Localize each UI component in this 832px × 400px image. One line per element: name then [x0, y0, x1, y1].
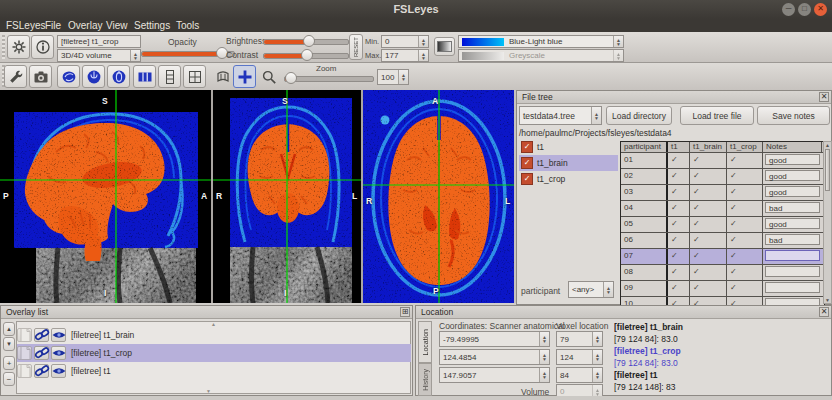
- sagittal-canvas[interactable]: [0, 90, 211, 303]
- grid-layout-button[interactable]: [183, 65, 206, 88]
- close-button[interactable]: ✕: [814, 3, 827, 16]
- spinner-arrows[interactable]: ▲▼: [592, 332, 602, 346]
- notes-input[interactable]: [765, 282, 820, 293]
- dock-icon[interactable]: ⊞: [400, 307, 410, 317]
- table-row[interactable]: 03 ✓✓✓ good: [621, 185, 824, 201]
- table-row[interactable]: 04 ✓✓✓ bad: [621, 201, 824, 217]
- add-overlay-button[interactable]: +: [3, 356, 15, 370]
- checkbox-icon[interactable]: ✓: [521, 141, 533, 153]
- notes-input[interactable]: [765, 266, 820, 277]
- spinner-arrows[interactable]: ▲▼: [613, 36, 623, 47]
- voxel-x-field[interactable]: 79▲▼: [556, 331, 603, 347]
- zoom-slider[interactable]: [284, 76, 374, 82]
- menu-item-fsleyes[interactable]: FSLeyes: [6, 20, 45, 31]
- maximize-button[interactable]: □: [798, 3, 811, 16]
- table-row[interactable]: 08 ✓✓✓: [621, 265, 824, 281]
- notes-input[interactable]: good: [765, 154, 820, 165]
- spinner-arrows[interactable]: ▲▼: [592, 350, 602, 364]
- load-tree-file-button[interactable]: Load tree file: [680, 106, 754, 125]
- spinner-arrows[interactable]: ▲▼: [418, 36, 428, 47]
- overlay-info-button[interactable]: [31, 35, 54, 59]
- magnifier-button[interactable]: [257, 65, 280, 88]
- table-row[interactable]: 05 ✓✓✓ good: [621, 217, 824, 233]
- vertical-layout-button[interactable]: [158, 65, 181, 88]
- menu-item-settings[interactable]: Settings: [134, 20, 170, 31]
- menu-item-view[interactable]: View: [106, 20, 128, 31]
- scroll-down-hint[interactable]: ▼: [206, 388, 211, 394]
- save-notes-button[interactable]: Save notes: [757, 106, 830, 125]
- spinner-arrows[interactable]: ▲▼: [592, 368, 602, 382]
- notes-input[interactable]: good: [765, 218, 820, 229]
- tree-file-select[interactable]: testdata4.tree▲▼: [519, 106, 602, 125]
- spinner-arrows[interactable]: ▲▼: [539, 332, 549, 346]
- close-icon[interactable]: ✕: [819, 92, 829, 102]
- table-row[interactable]: 06 ✓✓✓ bad: [621, 233, 824, 249]
- link-overlay-button[interactable]: [34, 346, 49, 360]
- world-z-field[interactable]: 147.9057▲▼: [439, 367, 550, 383]
- table-scrollbar[interactable]: ▲ ▼: [823, 141, 832, 304]
- colour-map-button[interactable]: [434, 37, 455, 56]
- lightbox-layout-button[interactable]: [133, 65, 156, 88]
- wrench-button[interactable]: [4, 65, 27, 88]
- brightness-slider[interactable]: [263, 39, 349, 45]
- spinner-arrows[interactable]: ▲▼: [539, 350, 549, 364]
- zoom-value-field[interactable]: 100▲▼: [377, 69, 409, 85]
- load-directory-button[interactable]: Load directory: [606, 106, 672, 125]
- move-overlay-down-button[interactable]: ▼: [3, 337, 15, 351]
- overlay-type-select[interactable]: 3D/4D volume▲▼: [57, 49, 141, 62]
- save-overlay-button[interactable]: [17, 346, 32, 360]
- remove-overlay-button[interactable]: −: [3, 372, 15, 386]
- save-overlay-button[interactable]: [17, 328, 32, 342]
- checkbox-icon[interactable]: ✓: [521, 173, 533, 185]
- table-row[interactable]: 09 ✓✓✓: [621, 281, 824, 297]
- menu-item-file[interactable]: File: [45, 20, 61, 31]
- overlay-name-field[interactable]: [filetree] t1_crop: [57, 35, 141, 48]
- spinner-arrows[interactable]: ▲▼: [539, 368, 549, 382]
- toggle-visibility-button[interactable]: [51, 364, 66, 378]
- zoom-slider-thumb[interactable]: [285, 72, 297, 84]
- file-item-t1_crop[interactable]: ✓ t1_crop: [519, 171, 618, 187]
- notes-input[interactable]: bad: [765, 202, 820, 213]
- overlay-settings-button[interactable]: [7, 35, 30, 59]
- crosshair-plus-button[interactable]: [233, 65, 256, 88]
- toggle-visibility-button[interactable]: [51, 328, 66, 342]
- menu-item-tools[interactable]: Tools: [176, 20, 199, 31]
- spinner-arrows[interactable]: ▲▼: [603, 282, 613, 297]
- move-overlay-up-button[interactable]: ▲: [3, 322, 15, 336]
- table-row[interactable]: 07 ✓✓✓: [621, 249, 824, 265]
- overlay-list-item[interactable]: [filetree] t1_brain: [17, 326, 411, 344]
- contrast-slider-thumb[interactable]: [301, 49, 313, 61]
- table-row[interactable]: 01 ✓✓✓ good: [621, 153, 824, 169]
- spinner-arrows[interactable]: ▲▼: [398, 70, 408, 84]
- coronal-view-button[interactable]: [82, 65, 105, 88]
- max-field[interactable]: 177▲▼: [381, 49, 429, 62]
- file-item-t1_brain[interactable]: ✓ t1_brain: [519, 155, 618, 171]
- save-overlay-button[interactable]: [17, 364, 32, 378]
- brightness-slider-thumb[interactable]: [303, 35, 315, 47]
- reset-brightness-button[interactable]: RESET: [349, 34, 363, 60]
- toolbar-grip[interactable]: [2, 35, 5, 59]
- opacity-slider[interactable]: [141, 51, 235, 57]
- coronal-canvas[interactable]: [213, 90, 361, 303]
- table-row[interactable]: 02 ✓✓✓ good: [621, 169, 824, 185]
- toggle-visibility-button[interactable]: [51, 346, 66, 360]
- notes-input[interactable]: [765, 250, 820, 261]
- overlay-list-item[interactable]: [filetree] t1_crop: [17, 344, 411, 362]
- movie-button[interactable]: [211, 65, 234, 88]
- spinner-arrows[interactable]: ▲▼: [130, 50, 140, 61]
- notes-input[interactable]: bad: [765, 234, 820, 245]
- file-item-t1[interactable]: ✓ t1: [519, 139, 618, 155]
- minimize-button[interactable]: ─: [782, 3, 795, 16]
- overlay-list-item[interactable]: [filetree] t1: [17, 362, 411, 380]
- sash[interactable]: [514, 90, 516, 303]
- participant-filter-select[interactable]: <any>▲▼: [568, 281, 614, 298]
- tab-location[interactable]: Location: [418, 321, 432, 363]
- spinner-arrows[interactable]: ▲▼: [591, 107, 601, 124]
- world-x-field[interactable]: -79.49995▲▼: [439, 331, 550, 347]
- sagittal-view-button[interactable]: [57, 65, 80, 88]
- checkbox-icon[interactable]: ✓: [521, 157, 533, 169]
- notes-input[interactable]: good: [765, 170, 820, 181]
- axial-canvas[interactable]: [363, 90, 514, 303]
- min-field[interactable]: 0▲▼: [381, 35, 429, 48]
- close-icon[interactable]: ✕: [819, 307, 829, 317]
